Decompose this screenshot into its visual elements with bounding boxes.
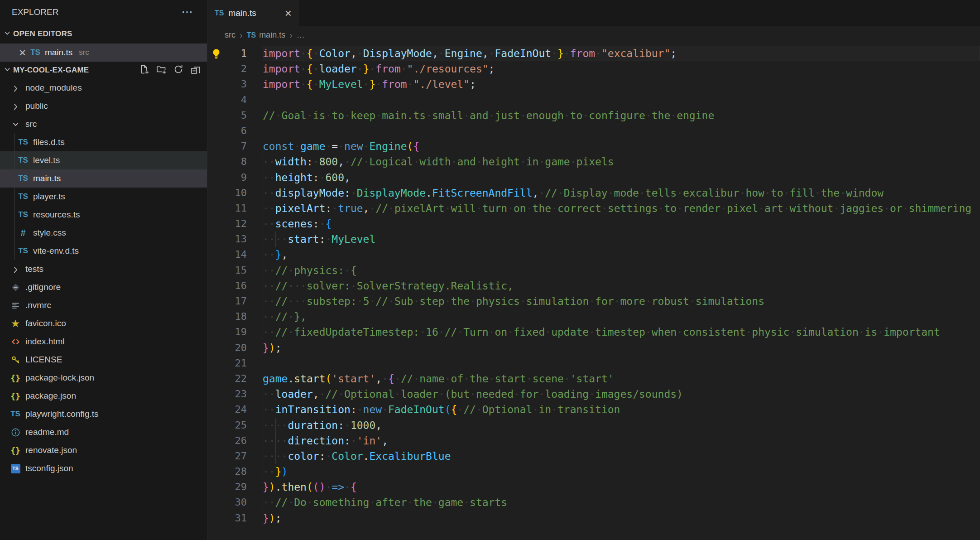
tree-item-readme-md[interactable]: readme.md bbox=[0, 423, 207, 441]
code-line-6[interactable]: 6 bbox=[207, 123, 980, 139]
code-line-26[interactable]: 26····direction:·'in', bbox=[207, 433, 980, 448]
breadcrumb-label: main.ts bbox=[259, 30, 285, 40]
code-line-19[interactable]: 19··//·fixedUpdateTimestep:·16·//·Turn·o… bbox=[207, 324, 980, 340]
tree-item-public[interactable]: public bbox=[0, 97, 207, 115]
line-number: 1 bbox=[227, 46, 247, 61]
tree-item-vite-env-d-ts[interactable]: TSvite-env.d.ts bbox=[0, 242, 207, 260]
breadcrumb-separator: › bbox=[289, 30, 293, 40]
editor-area: TS main.ts × src›TSmain.ts›… 1import·{·C… bbox=[207, 0, 980, 540]
code-line-5[interactable]: 5//·Goal·is·to·keep·main.ts·small·and·ju… bbox=[207, 108, 980, 123]
tree-item-package-json[interactable]: {}package.json bbox=[0, 387, 207, 405]
code-line-22[interactable]: 22game.start('start',·{·//·name·of·the·s… bbox=[207, 371, 980, 386]
lightbulb-icon[interactable] bbox=[207, 46, 227, 61]
code-line-29[interactable]: 29}).then(()·=>·{ bbox=[207, 479, 980, 495]
more-actions-icon[interactable]: ··· bbox=[182, 7, 193, 17]
code-line-1[interactable]: 1import·{·Color,·DisplayMode,·Engine,·Fa… bbox=[207, 46, 980, 61]
collapse-all-icon[interactable] bbox=[191, 64, 201, 76]
line-number: 26 bbox=[227, 433, 247, 448]
gutter bbox=[207, 278, 227, 294]
section-project[interactable]: MY-COOL-EX-GAME bbox=[0, 62, 207, 79]
line-number: 5 bbox=[227, 108, 247, 123]
code-line-28[interactable]: 28··}) bbox=[207, 464, 980, 479]
tree-item-tsconfig-json[interactable]: TStsconfig.json bbox=[0, 459, 207, 477]
code-line-8[interactable]: 8··width:·800,·//·Logical·width·and·heig… bbox=[207, 154, 980, 169]
tree-item-nvmrc[interactable]: .nvmrc bbox=[0, 296, 207, 314]
code-line-18[interactable]: 18··//·}, bbox=[207, 309, 980, 324]
code-line-30[interactable]: 30··//·Do·something·after·the·game·start… bbox=[207, 495, 980, 510]
tree-item-label: level.ts bbox=[33, 155, 60, 165]
breadcrumb-segment[interactable]: src bbox=[225, 30, 235, 40]
open-editor-item[interactable]: × TS main.ts src bbox=[0, 43, 207, 62]
tree-item-license[interactable]: LICENSE bbox=[0, 351, 207, 369]
code-area: 1import·{·Color,·DisplayMode,·Engine,·Fa… bbox=[207, 44, 980, 540]
chevron-right-icon bbox=[9, 82, 22, 94]
code-line-27[interactable]: 27····color:·Color.ExcaliburBlue bbox=[207, 448, 980, 464]
tree-item-index-html[interactable]: index.html bbox=[0, 333, 207, 351]
code-line-2[interactable]: 2import·{·loader·}·from·"./resources"; bbox=[207, 61, 980, 77]
code-text: ··}, bbox=[263, 247, 980, 262]
code-line-10[interactable]: 10··displayMode:·DisplayMode.FitScreenAn… bbox=[207, 185, 980, 201]
breadcrumb-segment[interactable]: TSmain.ts bbox=[247, 30, 285, 40]
code-text: const·game·=·new·Engine({ bbox=[263, 139, 980, 154]
code-line-12[interactable]: 12··scenes:·{ bbox=[207, 216, 980, 231]
code-line-25[interactable]: 25····duration:·1000, bbox=[207, 418, 980, 433]
tree-item-favicon-ico[interactable]: ★favicon.ico bbox=[0, 314, 207, 333]
code-line-20[interactable]: 20}); bbox=[207, 340, 980, 356]
ts-file-icon: TS bbox=[9, 408, 22, 420]
tab-main-ts[interactable]: TS main.ts × bbox=[207, 0, 299, 26]
code-line-31[interactable]: 31}); bbox=[207, 511, 980, 526]
line-number: 4 bbox=[227, 92, 247, 108]
code-line-23[interactable]: 23··loader,·//·Optional·loader·(but·need… bbox=[207, 386, 980, 402]
ts-file-icon: TS bbox=[16, 173, 30, 184]
code-line-13[interactable]: 13····start:·MyLevel bbox=[207, 231, 980, 247]
tree-item-tests[interactable]: tests bbox=[0, 260, 207, 278]
star-file-icon: ★ bbox=[9, 318, 22, 329]
close-icon[interactable]: × bbox=[285, 7, 292, 19]
code-line-4[interactable]: 4 bbox=[207, 92, 980, 108]
code-text: }); bbox=[263, 340, 980, 356]
tree-item-node-modules[interactable]: node_modules bbox=[0, 79, 207, 97]
code-line-21[interactable]: 21 bbox=[207, 356, 980, 371]
tree-item-src[interactable]: src bbox=[0, 115, 207, 133]
tree-item-gitignore[interactable]: .gitignore bbox=[0, 278, 207, 296]
code-line-14[interactable]: 14··}, bbox=[207, 247, 980, 262]
gutter bbox=[207, 92, 227, 108]
ts-file-icon: TS bbox=[16, 154, 30, 166]
code-line-15[interactable]: 15··//·physics:·{ bbox=[207, 263, 980, 278]
close-icon[interactable]: × bbox=[19, 47, 26, 58]
breadcrumb: src›TSmain.ts›… bbox=[207, 26, 980, 44]
html-file-icon bbox=[9, 336, 22, 347]
gutter bbox=[207, 216, 227, 231]
line-number: 2 bbox=[227, 61, 247, 77]
tree-item-resources-ts[interactable]: TSresources.ts bbox=[0, 206, 207, 224]
line-number: 24 bbox=[227, 402, 247, 417]
code-line-16[interactable]: 16··//···solver:·SolverStrategy.Realisti… bbox=[207, 278, 980, 294]
tree-item-level-ts[interactable]: TSlevel.ts bbox=[0, 151, 207, 169]
tree-item-renovate-json[interactable]: {}renovate.json bbox=[0, 441, 207, 459]
json-file-icon: {} bbox=[9, 444, 22, 456]
code-line-11[interactable]: 11··pixelArt:·true,·//·pixelArt·will·tur… bbox=[207, 201, 980, 216]
tree-item-player-ts[interactable]: TSplayer.ts bbox=[0, 188, 207, 206]
code-line-9[interactable]: 9··height:·600, bbox=[207, 170, 980, 185]
breadcrumb-segment[interactable]: … bbox=[297, 30, 305, 40]
code-line-24[interactable]: 24··inTransition:·new·FadeInOut({·//·Opt… bbox=[207, 402, 980, 417]
refresh-icon[interactable] bbox=[173, 64, 183, 76]
tree-item-label: resources.ts bbox=[33, 210, 80, 220]
tree-item-files-d-ts[interactable]: TSfiles.d.ts bbox=[0, 133, 207, 151]
tree-item-label: playwright.config.ts bbox=[25, 409, 99, 419]
code-text: ····direction:·'in', bbox=[263, 433, 980, 448]
gutter bbox=[207, 340, 227, 356]
file-tree: node_modulespublicsrcTSfiles.d.tsTSlevel… bbox=[0, 79, 207, 477]
tree-item-package-lock-json[interactable]: {}package-lock.json bbox=[0, 369, 207, 387]
section-open-editors[interactable]: OPEN EDITORS bbox=[0, 24, 207, 43]
new-folder-icon[interactable] bbox=[156, 64, 166, 76]
code-line-17[interactable]: 17··//···substep:·5·//·Sub·step·the·phys… bbox=[207, 294, 980, 309]
code-line-3[interactable]: 3import·{·MyLevel·}·from·"./level"; bbox=[207, 77, 980, 92]
new-file-icon[interactable] bbox=[139, 64, 149, 76]
chevron-down-icon bbox=[3, 29, 11, 39]
tree-item-playwright-config-ts[interactable]: TSplaywright.config.ts bbox=[0, 405, 207, 423]
tree-item-style-css[interactable]: #style.css bbox=[0, 224, 207, 242]
code-line-7[interactable]: 7const·game·=·new·Engine({ bbox=[207, 139, 980, 154]
ts-file-icon: TS bbox=[30, 48, 40, 57]
tree-item-main-ts[interactable]: TSmain.ts bbox=[0, 169, 207, 188]
